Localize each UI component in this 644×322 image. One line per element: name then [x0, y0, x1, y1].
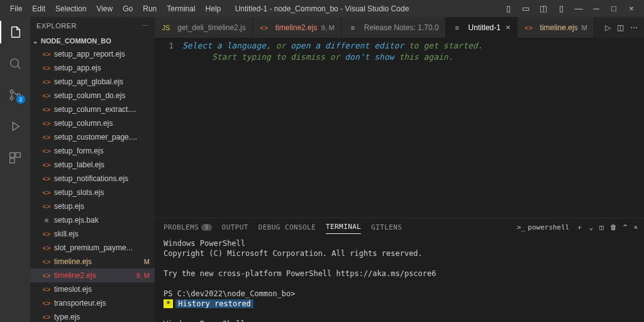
- menu-view[interactable]: View: [91, 2, 118, 16]
- ejs-file-icon: <>: [42, 203, 52, 210]
- scm-badge: 2: [16, 95, 25, 104]
- editor-tab[interactable]: <>timeline.ejs M: [518, 17, 594, 38]
- terminal-selector[interactable]: >_ powershell: [517, 223, 569, 231]
- ejs-file-icon: <>: [42, 189, 52, 196]
- panel-actions: >_ powershell ＋ ⌄ ◫ 🗑 ^ ×: [517, 223, 638, 232]
- editor-group: JSget_deli_timeline2.js<>timeline2.ejs 9…: [155, 17, 644, 322]
- close-icon[interactable]: ×: [623, 3, 640, 15]
- window-title: Untitled-1 - node_Common_bo - Visual Stu…: [235, 4, 409, 13]
- file-item[interactable]: <>setup_customer_page....: [30, 130, 155, 144]
- editor-tab[interactable]: <>timeline2.ejs 9, M: [253, 17, 341, 38]
- file-tree[interactable]: <>setup_app_report.ejs<>setup_app.ejs<>s…: [30, 47, 155, 322]
- history-text: History restored: [175, 299, 253, 308]
- tab-terminal[interactable]: TERMINAL: [326, 220, 361, 234]
- split-editor-icon[interactable]: ◫: [617, 23, 624, 32]
- sidebar-more-icon[interactable]: ⋯: [142, 22, 149, 30]
- file-item[interactable]: <>timeline2.ejs9, M: [30, 269, 155, 282]
- tab-label: Release Notes: 1.70.0: [364, 23, 439, 32]
- file-item[interactable]: <>setup_column_extract....: [30, 103, 155, 116]
- close-panel-icon[interactable]: ×: [633, 223, 638, 231]
- kill-terminal-icon[interactable]: 🗑: [610, 223, 617, 231]
- ejs-file-icon: <>: [42, 78, 52, 86]
- new-terminal-icon[interactable]: ＋: [576, 223, 583, 232]
- ejs-file-icon: <>: [42, 272, 52, 279]
- layout-right-icon[interactable]: ▯: [552, 3, 570, 15]
- file-item[interactable]: <>setup_app.ejs: [30, 61, 155, 75]
- close-tab-icon[interactable]: ×: [506, 23, 511, 32]
- ejs-file-icon: <>: [42, 313, 52, 321]
- terminal-dropdown-icon[interactable]: ⌄: [589, 223, 594, 231]
- file-name: slot_premium_payme...: [54, 243, 133, 252]
- svg-rect-5: [16, 153, 20, 157]
- file-item[interactable]: <>setup_apt_global.ejs: [30, 75, 155, 89]
- layout-panel-icon[interactable]: ▭: [517, 3, 535, 15]
- line-gutter: 1: [155, 40, 182, 218]
- file-name: setup_column.ejs: [54, 119, 113, 128]
- file-name: setup_app_report.ejs: [54, 50, 125, 58]
- workspace-name: NODE_COMMON_BO: [41, 37, 111, 45]
- svg-point-2: [10, 97, 13, 100]
- file-item[interactable]: ≡setup.ejs.bak: [30, 213, 155, 227]
- file-item[interactable]: <>skill.ejs: [30, 227, 155, 241]
- tab-gitlens[interactable]: GITLENS: [371, 221, 402, 234]
- tab-suffix: 9, M: [321, 24, 334, 31]
- run-icon[interactable]: ▷: [605, 23, 611, 32]
- explorer-icon[interactable]: [0, 21, 30, 43]
- file-name: setup_customer_page....: [54, 133, 137, 142]
- terminal-output[interactable]: Windows PowerShellCopyright (C) Microsof…: [155, 236, 644, 322]
- tab-label: Untitled-1: [469, 23, 501, 32]
- separator-icon: —: [570, 3, 587, 15]
- menu-terminal[interactable]: Terminal: [162, 2, 200, 16]
- editor-tab[interactable]: ≡Untitled-1×: [446, 17, 518, 38]
- file-item[interactable]: <>setup_slots.ejs: [30, 186, 155, 199]
- file-item[interactable]: <>timeslot.ejs: [30, 282, 155, 296]
- search-activity-icon[interactable]: [0, 52, 30, 75]
- extensions-icon[interactable]: [0, 147, 30, 169]
- editor-tab[interactable]: ≡Release Notes: 1.70.0: [341, 17, 446, 38]
- menu-file[interactable]: File: [5, 2, 27, 16]
- ejs-file-icon: <>: [42, 230, 52, 238]
- file-item[interactable]: <>setup_label.ejs: [30, 158, 155, 172]
- file-item[interactable]: <>setup_column_do.ejs: [30, 89, 155, 103]
- editor-tab[interactable]: JSget_deli_timeline2.js: [155, 17, 253, 38]
- file-item[interactable]: <>setup_notifications.ejs: [30, 172, 155, 186]
- terminal-line: [164, 309, 635, 319]
- minimize-icon[interactable]: ─: [587, 3, 605, 15]
- ejs-file-icon: <>: [42, 244, 52, 252]
- split-terminal-icon[interactable]: ◫: [599, 223, 604, 231]
- menu-selection[interactable]: Selection: [50, 2, 91, 16]
- tab-actions: ▷◫⋯: [605, 17, 644, 38]
- menu-run[interactable]: Run: [138, 2, 162, 16]
- text-editor[interactable]: 1 Select a language, or open a different…: [155, 38, 644, 218]
- file-item[interactable]: <>setup.ejs: [30, 199, 155, 213]
- file-item[interactable]: <>slot_premium_payme...: [30, 241, 155, 255]
- tab-output[interactable]: OUTPUT: [222, 221, 248, 234]
- menu-go[interactable]: Go: [118, 2, 138, 16]
- tab-problems[interactable]: PROBLEMS9: [164, 221, 212, 234]
- layout-split-icon[interactable]: ◫: [535, 3, 552, 15]
- file-item[interactable]: <>timeline.ejsM: [30, 255, 155, 269]
- source-control-icon[interactable]: 2: [0, 84, 30, 106]
- file-file-icon: ≡: [348, 24, 358, 31]
- file-item[interactable]: <>setup_form.ejs: [30, 144, 155, 158]
- file-item[interactable]: <>transporteur.ejs: [30, 296, 155, 310]
- editor-content[interactable]: Select a language, or open a different e…: [182, 40, 644, 218]
- file-name: setup_column_do.ejs: [54, 91, 125, 100]
- menu-help[interactable]: Help: [201, 2, 226, 16]
- title-controls: ▯ ▭ ◫ ▯ — ─ □ ×: [499, 3, 640, 15]
- ejs-file-icon: <>: [42, 92, 52, 99]
- run-debug-icon[interactable]: [0, 115, 30, 138]
- maximize-panel-icon[interactable]: ^: [623, 223, 628, 231]
- ejs-file-icon: <>: [42, 161, 52, 169]
- tab-debug-console[interactable]: DEBUG CONSOLE: [258, 221, 316, 234]
- file-item[interactable]: <>type.ejs: [30, 310, 155, 322]
- file-name: timeslot.ejs: [54, 285, 92, 294]
- file-name: setup_notifications.ejs: [54, 174, 128, 183]
- maximize-icon[interactable]: □: [605, 3, 623, 15]
- menu-edit[interactable]: Edit: [27, 2, 50, 16]
- workspace-folder[interactable]: ⌄ NODE_COMMON_BO: [30, 35, 155, 47]
- more-icon[interactable]: ⋯: [630, 23, 638, 32]
- layout-icon[interactable]: ▯: [499, 3, 517, 15]
- file-item[interactable]: <>setup_column.ejs: [30, 116, 155, 130]
- file-item[interactable]: <>setup_app_report.ejs: [30, 47, 155, 61]
